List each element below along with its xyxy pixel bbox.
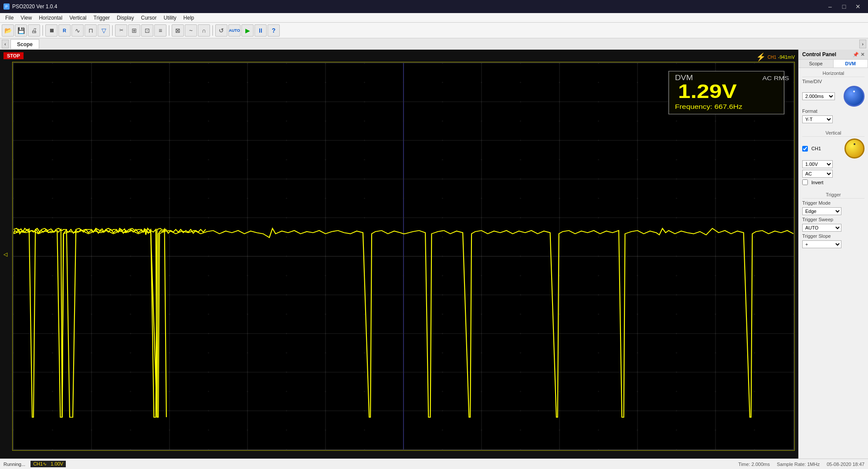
vertical-knob-indicator [854, 143, 855, 145]
invert-checkbox[interactable] [802, 179, 808, 185]
ch1-volt-div-status: 1.00V [51, 461, 63, 466]
scope-display: DVM AC RMS 1.29V Frequency: 667.6Hz ◁ ◁ [13, 63, 794, 450]
svg-rect-31 [14, 63, 793, 449]
vertical-knob[interactable] [844, 138, 865, 159]
horizontal-section: Horizontal Time/DIV 2.000ms 1.000ms 5.00… [799, 68, 868, 128]
title-bar: P PSO2020 Ver 1.0.4 – □ ✕ [0, 0, 868, 13]
ground-level-marker: ◁ [3, 251, 7, 257]
trigger-sweep-label: Trigger Sweep [802, 217, 833, 222]
math-button[interactable]: ≡ [154, 24, 166, 37]
trigger-mode-select[interactable]: Edge Pulse Slope Video [802, 207, 841, 215]
panel-tab-scope[interactable]: Scope [799, 60, 834, 67]
minimize-button[interactable]: – [824, 0, 837, 13]
panel-pin-icon[interactable]: 📌 [853, 52, 859, 57]
tab-bar: ‹ Scope › [0, 38, 868, 50]
cursor-button[interactable]: ✂ [115, 24, 127, 37]
svg-text:AC RMS: AC RMS [762, 75, 789, 81]
ramp-button[interactable]: ▽ [98, 24, 110, 37]
tab-scope[interactable]: Scope [10, 39, 39, 49]
svg-text:Frequency: 667.6Hz: Frequency: 667.6Hz [675, 103, 743, 110]
panel-tabs: Scope DVM [799, 60, 868, 68]
menu-horizontal[interactable]: Horizontal [35, 14, 66, 22]
fft-button[interactable]: ⊡ [141, 24, 153, 37]
sine-button[interactable]: ∿ [71, 24, 84, 37]
sample-rate-status: Sample Rate: 1MHz [777, 462, 820, 467]
vertical-section: Vertical CH1 1.00V 100mV 200mV 500mV 2.0… [799, 128, 868, 189]
trigger-title: Trigger [802, 192, 865, 199]
stop-button[interactable]: ⏸ [254, 24, 267, 37]
grid-button[interactable]: ▦ [45, 24, 58, 37]
invert-text: Invert [811, 180, 824, 185]
run-button[interactable]: ▶ [241, 24, 254, 37]
format-label: Format [802, 108, 817, 114]
help-button[interactable]: ? [268, 24, 280, 37]
menu-cursor[interactable]: Cursor [137, 14, 160, 22]
ch1-status-label: CH1∿ [33, 461, 47, 466]
status-bar: Running... CH1∿ 1.00V Time: 2.000ms Samp… [0, 459, 868, 469]
menu-bar: File View Horizontal Vertical Trigger Di… [0, 13, 868, 23]
menu-display[interactable]: Display [113, 14, 137, 22]
ch1-value: -941mV [778, 54, 795, 60]
panel-header: Control Panel 📌 ✕ [799, 50, 868, 60]
control-panel: Control Panel 📌 ✕ Scope DVM Horizontal T… [798, 50, 868, 459]
wave-button[interactable]: ~ [185, 24, 197, 37]
ch1-status: CH1∿ 1.00V [31, 461, 66, 467]
xycorr-button[interactable]: ⊠ [172, 24, 184, 37]
stop-badge: STOP [3, 52, 24, 59]
panel-tab-dvm[interactable]: DVM [834, 60, 868, 67]
menu-view[interactable]: View [17, 14, 35, 22]
menu-utility[interactable]: Utility [160, 14, 180, 22]
square-button[interactable]: ⊓ [85, 24, 97, 37]
tab-nav-left[interactable]: ‹ [2, 40, 9, 48]
horizontal-title: Horizontal [802, 71, 865, 77]
coupling-select[interactable]: AC DC GND [802, 170, 833, 178]
scope-area: STOP ⚡ CH1 -941mV [0, 50, 798, 459]
ch1-label-top: CH1 [767, 55, 776, 60]
time-status: Time: 2.000ms [738, 462, 770, 467]
ch1-checkbox[interactable] [802, 146, 808, 152]
menu-help[interactable]: Help [180, 14, 198, 22]
format-select[interactable]: Y-T X-Y Roll [802, 115, 833, 123]
knob-indicator [853, 91, 855, 92]
trigger-section: Trigger Trigger Mode Edge Pulse Slope Vi… [799, 189, 868, 253]
app-icon: P [3, 3, 10, 10]
trigger-slope-select[interactable]: + - [802, 240, 841, 248]
datetime-status: 05-08-2020 18:47 [827, 462, 865, 467]
app-title: PSO2020 Ver 1.0.4 [12, 3, 57, 10]
maximize-button[interactable]: □ [837, 0, 851, 13]
ch1-checkbox-label[interactable]: CH1 [802, 146, 821, 152]
close-button[interactable]: ✕ [851, 0, 865, 13]
avg-button[interactable]: ∩ [198, 24, 210, 37]
waveform-display: DVM AC RMS 1.29V Frequency: 667.6Hz [14, 63, 793, 449]
trigger-sweep-select[interactable]: AUTO NORMAL SINGLE [802, 224, 841, 232]
measure-button[interactable]: ⊞ [128, 24, 140, 37]
undo-button[interactable]: ↺ [215, 24, 227, 37]
panel-title: Control Panel [802, 51, 836, 57]
toolbar: 📂 💾 🖨 ▦ R ∿ ⊓ ▽ ✂ ⊞ ⊡ ≡ ⊠ ~ ∩ ↺ AUTO ▶ ⏸… [0, 23, 868, 38]
open-button[interactable]: 📂 [2, 24, 14, 37]
ch1-indicator: ⚡ CH1 -941mV [756, 52, 795, 62]
recall-button[interactable]: R [58, 24, 71, 37]
running-status: Running... [3, 462, 25, 467]
print-button[interactable]: 🖨 [28, 24, 40, 37]
volt-div-select[interactable]: 1.00V 100mV 200mV 500mV 2.00V 5.00V [802, 160, 833, 168]
trigger-mode-label: Trigger Mode [802, 200, 831, 206]
invert-label[interactable]: Invert [802, 179, 824, 185]
menu-file[interactable]: File [2, 14, 17, 22]
vertical-title: Vertical [802, 130, 865, 137]
time-div-label: Time/DIV [802, 79, 822, 84]
auto-button[interactable]: AUTO [228, 24, 241, 37]
save-button[interactable]: 💾 [15, 24, 27, 37]
trigger-slope-label: Trigger Slope [802, 233, 831, 239]
time-div-select[interactable]: 2.000ms 1.000ms 5.000ms 10.000ms [802, 92, 835, 100]
horizontal-knob[interactable] [844, 86, 865, 107]
tab-nav-right[interactable]: › [859, 40, 866, 48]
svg-text:1.29V: 1.29V [678, 80, 737, 102]
menu-vertical[interactable]: Vertical [66, 14, 90, 22]
menu-trigger[interactable]: Trigger [90, 14, 114, 22]
panel-close-icon[interactable]: ✕ [861, 52, 865, 57]
ch1-checkbox-text: CH1 [811, 146, 821, 151]
